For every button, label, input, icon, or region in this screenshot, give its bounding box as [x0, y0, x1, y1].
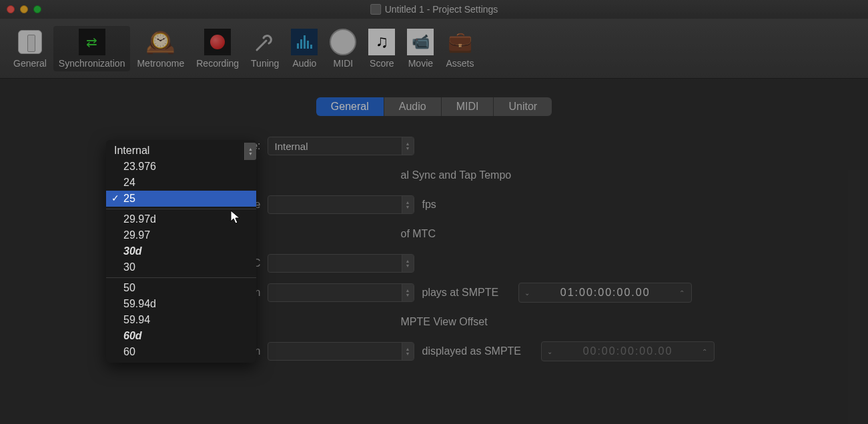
frame-rate-option-60d[interactable]: 60d — [106, 328, 256, 344]
frame-rate-option-23-976[interactable]: 23.976 — [106, 159, 256, 175]
chevron-up-icon[interactable]: ⌃ — [679, 289, 686, 297]
sync-mode-dropdown[interactable]: Internal ▲▼ — [268, 137, 414, 155]
score-icon: ♫ — [368, 29, 395, 55]
displayed-as-smpte-label: displayed as SMPTE — [422, 345, 522, 357]
midi-icon — [330, 29, 356, 55]
smpte-view-offset-label-partial: MPTE View Offset — [401, 316, 488, 328]
frame-rate-option-29-97[interactable]: 29.97 — [106, 227, 256, 243]
chevron-down-icon[interactable]: ⌄ — [524, 289, 531, 297]
toolbar-recording[interactable]: Recording — [191, 26, 244, 71]
toolbar-metronome[interactable]: 🕰️ Metronome — [131, 26, 189, 71]
tab-unitor[interactable]: Unitor — [494, 97, 552, 116]
frame-rate-option-59-94d[interactable]: 59.94d — [106, 296, 256, 312]
stepper-arrows-icon: ▲▼ — [402, 343, 414, 360]
plays-at-smpte-label: plays at SMPTE — [422, 287, 499, 299]
toolbar-audio[interactable]: Audio — [286, 26, 323, 71]
toolbar-general[interactable]: General — [8, 26, 52, 71]
frame-rate-option-30d[interactable]: 30d — [106, 243, 256, 259]
window-title: Untitled 1 - Project Settings — [370, 4, 498, 15]
toolbar-midi[interactable]: MIDI — [324, 26, 362, 71]
audio-icon — [291, 29, 318, 55]
recording-icon — [204, 29, 231, 55]
document-proxy-icon[interactable] — [370, 4, 381, 15]
auto-enable-label-partial: al Sync and Tap Tempo — [401, 169, 512, 181]
auto-detect-label-partial: of MTC — [401, 228, 436, 240]
frame-rate-option-59-94[interactable]: 59.94 — [106, 312, 256, 328]
frame-rate-option-30[interactable]: 30 — [106, 259, 256, 275]
movie-icon: 📹 — [407, 29, 434, 55]
sync-mode-value-overlap: Internal ▲▼ — [106, 143, 256, 159]
window-controls — [7, 5, 41, 13]
toolbar-tuning[interactable]: Tuning — [246, 26, 284, 71]
stepper-arrows-icon: ▲▼ — [402, 196, 414, 213]
window-title-text: Untitled 1 - Project Settings — [385, 4, 498, 15]
stepper-arrows-icon: ▲▼ — [402, 255, 414, 272]
chevron-down-icon[interactable]: ⌄ — [547, 348, 554, 355]
chevron-up-icon[interactable]: ⌃ — [702, 348, 709, 355]
frame-rate-dropdown[interactable]: ▲▼ — [268, 195, 414, 214]
frame-rate-option-60[interactable]: 60 — [106, 344, 256, 360]
toolbar: General ⇄ Synchronization 🕰️ Metronome R… — [0, 19, 868, 79]
toolbar-assets[interactable]: 💼 Assets — [440, 26, 479, 71]
stepper-arrows-icon: ▲▼ — [402, 284, 414, 301]
validate-mtc-dropdown[interactable]: ▲▼ — [268, 254, 414, 273]
bar-position-1-dropdown[interactable]: ▲▼ — [268, 283, 414, 302]
tab-audio[interactable]: Audio — [384, 97, 442, 116]
menu-separator — [106, 277, 256, 278]
toolbar-movie[interactable]: 📹 Movie — [402, 26, 439, 71]
zoom-button[interactable] — [33, 5, 41, 13]
frame-rate-option-24[interactable]: 24 — [106, 175, 256, 191]
close-button[interactable] — [7, 5, 15, 13]
assets-icon: 💼 — [446, 29, 473, 55]
tab-general[interactable]: General — [316, 97, 384, 116]
sync-icon: ⇄ — [79, 29, 105, 55]
general-icon — [17, 29, 43, 55]
title-bar: Untitled 1 - Project Settings — [0, 0, 868, 19]
stepper-arrows-icon: ▲▼ — [244, 143, 256, 160]
frame-rate-option-29-97d[interactable]: 29.97d — [106, 211, 256, 227]
tab-bar: General Audio MIDI Unitor — [27, 97, 841, 116]
smpte-field-displayed[interactable]: ⌄ 00:00:00:00.00 ⌃ — [541, 341, 715, 361]
smpte-field-plays[interactable]: ⌄ 01:00:00:00.00 ⌃ — [518, 283, 692, 303]
menu-separator — [106, 209, 256, 209]
fps-unit: fps — [422, 199, 436, 211]
frame-rate-option-50[interactable]: 50 — [106, 280, 256, 296]
metronome-icon: 🕰️ — [147, 29, 174, 55]
check-icon: ✓ — [111, 193, 119, 203]
stepper-arrows-icon: ▲▼ — [402, 137, 414, 155]
bar-position-2-dropdown[interactable]: ▲▼ — [268, 342, 414, 361]
minimize-button[interactable] — [20, 5, 28, 13]
tuning-icon — [252, 29, 278, 55]
toolbar-synchronization[interactable]: ⇄ Synchronization — [53, 26, 131, 71]
toolbar-score[interactable]: ♫ Score — [363, 26, 400, 71]
tab-midi[interactable]: MIDI — [442, 97, 494, 116]
frame-rate-option-25[interactable]: ✓25 — [106, 191, 256, 207]
frame-rate-menu[interactable]: Internal ▲▼ 23.97624✓2529.97d29.9730d305… — [106, 140, 256, 363]
